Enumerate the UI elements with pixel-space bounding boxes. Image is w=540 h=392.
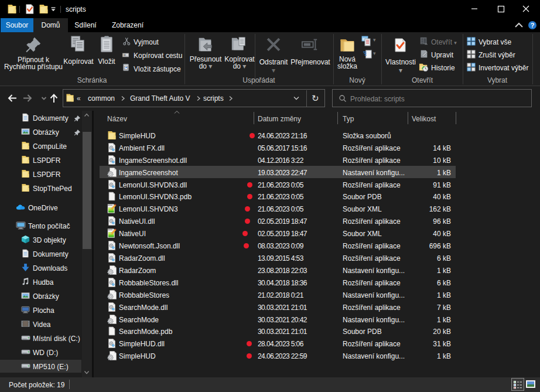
- svg-text:W...: W...: [123, 54, 128, 57]
